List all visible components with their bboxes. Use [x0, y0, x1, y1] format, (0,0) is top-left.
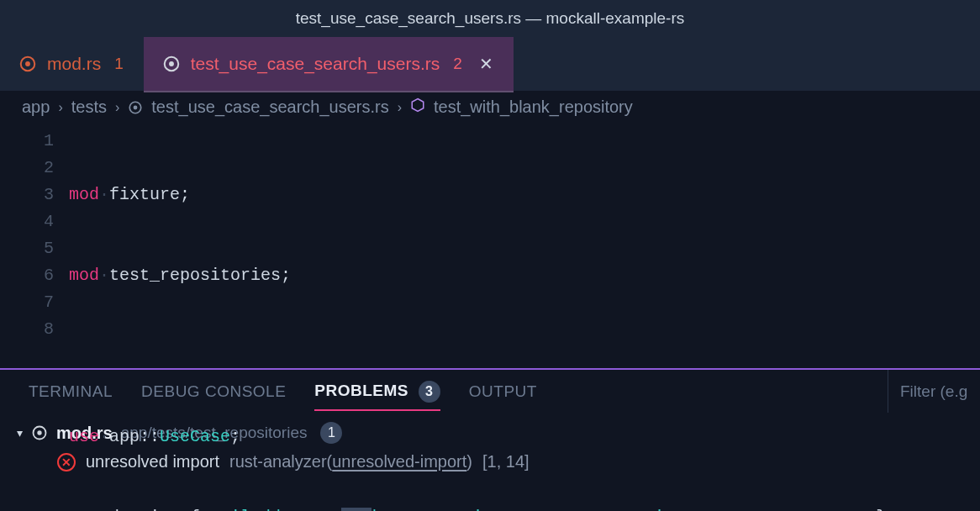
tab-test-use-case[interactable]: test_use_case_search_users.rs 2 ✕: [144, 37, 514, 91]
breadcrumb-app[interactable]: app: [22, 97, 50, 117]
svg-point-1: [25, 61, 30, 66]
tab-label: test_use_case_search_users.rs: [191, 54, 440, 74]
code-content[interactable]: mod·fixture; mod·test_repositories; use·…: [69, 128, 980, 368]
breadcrumb-file[interactable]: test_use_case_search_users.rs: [151, 97, 388, 117]
window-title-bar: test_use_case_search_users.rs — mockall-…: [0, 0, 980, 37]
code-line[interactable]: mod·fixture;: [69, 182, 980, 208]
rust-icon: [162, 55, 181, 73]
window-title: test_use_case_search_users.rs — mockall-…: [296, 9, 685, 28]
line-number: 6: [0, 262, 54, 289]
breadcrumb-tests[interactable]: tests: [71, 97, 107, 117]
code-line[interactable]: use·domain::{EmailAddress,·MockUserRepos…: [69, 504, 980, 511]
line-number: 5: [0, 235, 54, 262]
selection-error: Moc: [341, 508, 371, 511]
editor-tabs: mod.rs 1 test_use_case_search_users.rs 2…: [0, 37, 980, 91]
line-number: 1: [0, 128, 54, 155]
problems-filter-input[interactable]: Filter (e.g: [888, 370, 980, 413]
tab-problem-count: 2: [453, 55, 462, 73]
chevron-right-icon: ›: [115, 100, 119, 115]
svg-point-5: [134, 105, 138, 109]
panel-tabs: TERMINAL DEBUG CONSOLE PROBLEMS 3 OUTPUT…: [0, 370, 980, 414]
line-number: 2: [0, 155, 54, 182]
symbol-method-icon: [410, 97, 425, 117]
tab-label: mod.rs: [47, 54, 101, 74]
rust-icon: [18, 55, 37, 73]
code-editor[interactable]: 1 2 3 4 5 6 7 8 mod·fixture; mod·test_re…: [0, 124, 980, 370]
breadcrumb-symbol[interactable]: test_with_blank_repository: [434, 97, 633, 117]
tab-modrs[interactable]: mod.rs 1: [0, 37, 144, 91]
tab-problems[interactable]: PROBLEMS 3: [314, 381, 440, 403]
rust-icon: [128, 100, 143, 115]
filter-placeholder: Filter (e.g: [900, 382, 967, 401]
svg-point-7: [37, 430, 41, 435]
line-number: 4: [0, 208, 54, 235]
tab-problems-label: PROBLEMS: [314, 382, 408, 399]
close-icon[interactable]: ✕: [479, 54, 493, 74]
tab-output[interactable]: OUTPUT: [469, 382, 537, 401]
line-gutter: 1 2 3 4 5 6 7 8: [0, 128, 69, 368]
chevron-right-icon: ›: [58, 100, 62, 115]
code-line[interactable]: [69, 343, 980, 370]
line-number: 3: [0, 182, 54, 208]
chevron-down-icon[interactable]: ▾: [17, 426, 23, 440]
tab-terminal[interactable]: TERMINAL: [29, 382, 113, 401]
code-line[interactable]: mod·test_repositories;: [69, 262, 980, 289]
tab-problem-count: 1: [114, 55, 124, 73]
rust-icon: [31, 424, 48, 441]
problems-count-badge: 3: [419, 381, 440, 403]
tab-debug-console[interactable]: DEBUG CONSOLE: [141, 382, 286, 401]
chevron-right-icon: ›: [398, 100, 402, 115]
code-line[interactable]: use·app::UseCase;: [69, 424, 980, 450]
breadcrumb: app › tests › test_use_case_search_users…: [0, 91, 980, 124]
svg-point-3: [169, 61, 174, 66]
line-number: 8: [0, 316, 54, 343]
line-number: 7: [0, 289, 54, 316]
